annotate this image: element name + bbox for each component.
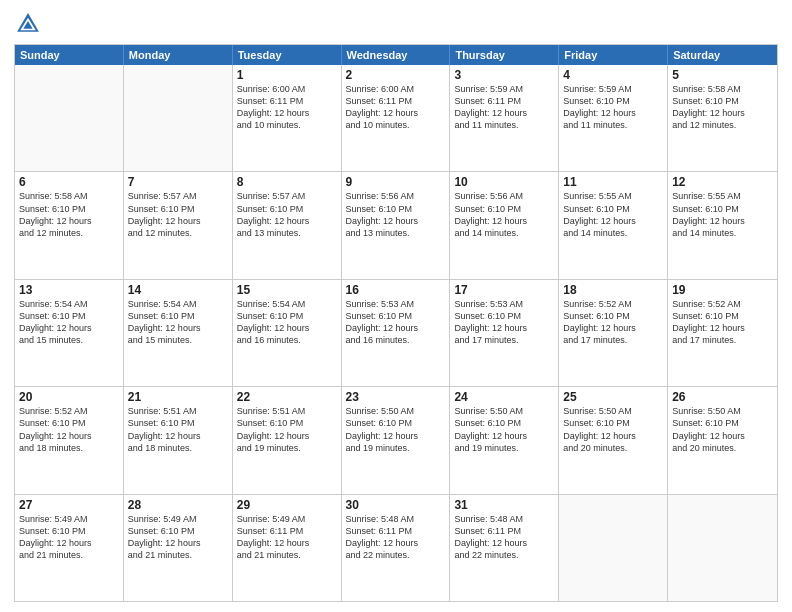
day-info: Sunrise: 6:00 AM Sunset: 6:11 PM Dayligh… xyxy=(237,83,337,132)
day-info: Sunrise: 5:57 AM Sunset: 6:10 PM Dayligh… xyxy=(237,190,337,239)
day-info: Sunrise: 5:58 AM Sunset: 6:10 PM Dayligh… xyxy=(672,83,773,132)
day-number: 2 xyxy=(346,68,446,82)
calendar-week-5: 27Sunrise: 5:49 AM Sunset: 6:10 PM Dayli… xyxy=(15,494,777,601)
calendar-cell: 16Sunrise: 5:53 AM Sunset: 6:10 PM Dayli… xyxy=(342,280,451,386)
calendar-cell: 22Sunrise: 5:51 AM Sunset: 6:10 PM Dayli… xyxy=(233,387,342,493)
calendar-cell xyxy=(559,495,668,601)
page: SundayMondayTuesdayWednesdayThursdayFrid… xyxy=(0,0,792,612)
calendar: SundayMondayTuesdayWednesdayThursdayFrid… xyxy=(14,44,778,602)
day-number: 6 xyxy=(19,175,119,189)
calendar-cell: 5Sunrise: 5:58 AM Sunset: 6:10 PM Daylig… xyxy=(668,65,777,171)
calendar-cell: 23Sunrise: 5:50 AM Sunset: 6:10 PM Dayli… xyxy=(342,387,451,493)
day-info: Sunrise: 5:53 AM Sunset: 6:10 PM Dayligh… xyxy=(346,298,446,347)
cal-header-friday: Friday xyxy=(559,45,668,65)
calendar-cell: 27Sunrise: 5:49 AM Sunset: 6:10 PM Dayli… xyxy=(15,495,124,601)
calendar-body: 1Sunrise: 6:00 AM Sunset: 6:11 PM Daylig… xyxy=(15,65,777,601)
day-number: 1 xyxy=(237,68,337,82)
calendar-cell xyxy=(15,65,124,171)
day-number: 8 xyxy=(237,175,337,189)
calendar-week-4: 20Sunrise: 5:52 AM Sunset: 6:10 PM Dayli… xyxy=(15,386,777,493)
calendar-cell: 12Sunrise: 5:55 AM Sunset: 6:10 PM Dayli… xyxy=(668,172,777,278)
cal-header-thursday: Thursday xyxy=(450,45,559,65)
day-number: 5 xyxy=(672,68,773,82)
day-number: 29 xyxy=(237,498,337,512)
day-info: Sunrise: 6:00 AM Sunset: 6:11 PM Dayligh… xyxy=(346,83,446,132)
day-number: 24 xyxy=(454,390,554,404)
day-info: Sunrise: 5:52 AM Sunset: 6:10 PM Dayligh… xyxy=(19,405,119,454)
calendar-cell: 2Sunrise: 6:00 AM Sunset: 6:11 PM Daylig… xyxy=(342,65,451,171)
cal-header-tuesday: Tuesday xyxy=(233,45,342,65)
calendar-cell: 20Sunrise: 5:52 AM Sunset: 6:10 PM Dayli… xyxy=(15,387,124,493)
day-number: 30 xyxy=(346,498,446,512)
day-info: Sunrise: 5:54 AM Sunset: 6:10 PM Dayligh… xyxy=(19,298,119,347)
day-info: Sunrise: 5:52 AM Sunset: 6:10 PM Dayligh… xyxy=(563,298,663,347)
day-info: Sunrise: 5:51 AM Sunset: 6:10 PM Dayligh… xyxy=(128,405,228,454)
day-info: Sunrise: 5:55 AM Sunset: 6:10 PM Dayligh… xyxy=(672,190,773,239)
calendar-cell: 29Sunrise: 5:49 AM Sunset: 6:11 PM Dayli… xyxy=(233,495,342,601)
day-info: Sunrise: 5:53 AM Sunset: 6:10 PM Dayligh… xyxy=(454,298,554,347)
day-info: Sunrise: 5:50 AM Sunset: 6:10 PM Dayligh… xyxy=(563,405,663,454)
day-number: 11 xyxy=(563,175,663,189)
cal-header-wednesday: Wednesday xyxy=(342,45,451,65)
calendar-cell: 31Sunrise: 5:48 AM Sunset: 6:11 PM Dayli… xyxy=(450,495,559,601)
calendar-cell: 8Sunrise: 5:57 AM Sunset: 6:10 PM Daylig… xyxy=(233,172,342,278)
day-info: Sunrise: 5:57 AM Sunset: 6:10 PM Dayligh… xyxy=(128,190,228,239)
day-info: Sunrise: 5:56 AM Sunset: 6:10 PM Dayligh… xyxy=(346,190,446,239)
day-info: Sunrise: 5:52 AM Sunset: 6:10 PM Dayligh… xyxy=(672,298,773,347)
calendar-week-2: 6Sunrise: 5:58 AM Sunset: 6:10 PM Daylig… xyxy=(15,171,777,278)
cal-header-monday: Monday xyxy=(124,45,233,65)
day-info: Sunrise: 5:50 AM Sunset: 6:10 PM Dayligh… xyxy=(454,405,554,454)
day-info: Sunrise: 5:59 AM Sunset: 6:10 PM Dayligh… xyxy=(563,83,663,132)
day-info: Sunrise: 5:58 AM Sunset: 6:10 PM Dayligh… xyxy=(19,190,119,239)
calendar-cell: 9Sunrise: 5:56 AM Sunset: 6:10 PM Daylig… xyxy=(342,172,451,278)
calendar-cell: 4Sunrise: 5:59 AM Sunset: 6:10 PM Daylig… xyxy=(559,65,668,171)
calendar-cell: 24Sunrise: 5:50 AM Sunset: 6:10 PM Dayli… xyxy=(450,387,559,493)
day-number: 19 xyxy=(672,283,773,297)
day-number: 4 xyxy=(563,68,663,82)
calendar-cell: 10Sunrise: 5:56 AM Sunset: 6:10 PM Dayli… xyxy=(450,172,559,278)
day-info: Sunrise: 5:48 AM Sunset: 6:11 PM Dayligh… xyxy=(454,513,554,562)
logo-icon xyxy=(14,10,42,38)
day-info: Sunrise: 5:50 AM Sunset: 6:10 PM Dayligh… xyxy=(672,405,773,454)
calendar-cell: 3Sunrise: 5:59 AM Sunset: 6:11 PM Daylig… xyxy=(450,65,559,171)
day-number: 3 xyxy=(454,68,554,82)
cal-header-saturday: Saturday xyxy=(668,45,777,65)
day-info: Sunrise: 5:49 AM Sunset: 6:10 PM Dayligh… xyxy=(128,513,228,562)
day-number: 28 xyxy=(128,498,228,512)
calendar-cell xyxy=(668,495,777,601)
day-number: 14 xyxy=(128,283,228,297)
day-number: 10 xyxy=(454,175,554,189)
day-info: Sunrise: 5:48 AM Sunset: 6:11 PM Dayligh… xyxy=(346,513,446,562)
calendar-cell: 13Sunrise: 5:54 AM Sunset: 6:10 PM Dayli… xyxy=(15,280,124,386)
day-number: 13 xyxy=(19,283,119,297)
calendar-cell: 18Sunrise: 5:52 AM Sunset: 6:10 PM Dayli… xyxy=(559,280,668,386)
day-info: Sunrise: 5:54 AM Sunset: 6:10 PM Dayligh… xyxy=(237,298,337,347)
day-info: Sunrise: 5:55 AM Sunset: 6:10 PM Dayligh… xyxy=(563,190,663,239)
calendar-cell: 15Sunrise: 5:54 AM Sunset: 6:10 PM Dayli… xyxy=(233,280,342,386)
calendar-cell: 7Sunrise: 5:57 AM Sunset: 6:10 PM Daylig… xyxy=(124,172,233,278)
day-number: 21 xyxy=(128,390,228,404)
calendar-cell: 30Sunrise: 5:48 AM Sunset: 6:11 PM Dayli… xyxy=(342,495,451,601)
day-number: 27 xyxy=(19,498,119,512)
calendar-cell: 14Sunrise: 5:54 AM Sunset: 6:10 PM Dayli… xyxy=(124,280,233,386)
calendar-cell xyxy=(124,65,233,171)
day-info: Sunrise: 5:59 AM Sunset: 6:11 PM Dayligh… xyxy=(454,83,554,132)
calendar-cell: 21Sunrise: 5:51 AM Sunset: 6:10 PM Dayli… xyxy=(124,387,233,493)
day-number: 31 xyxy=(454,498,554,512)
calendar-cell: 26Sunrise: 5:50 AM Sunset: 6:10 PM Dayli… xyxy=(668,387,777,493)
day-number: 22 xyxy=(237,390,337,404)
calendar-cell: 6Sunrise: 5:58 AM Sunset: 6:10 PM Daylig… xyxy=(15,172,124,278)
day-info: Sunrise: 5:56 AM Sunset: 6:10 PM Dayligh… xyxy=(454,190,554,239)
day-number: 18 xyxy=(563,283,663,297)
calendar-cell: 1Sunrise: 6:00 AM Sunset: 6:11 PM Daylig… xyxy=(233,65,342,171)
calendar-cell: 25Sunrise: 5:50 AM Sunset: 6:10 PM Dayli… xyxy=(559,387,668,493)
calendar-cell: 28Sunrise: 5:49 AM Sunset: 6:10 PM Dayli… xyxy=(124,495,233,601)
day-info: Sunrise: 5:49 AM Sunset: 6:11 PM Dayligh… xyxy=(237,513,337,562)
day-number: 23 xyxy=(346,390,446,404)
day-number: 17 xyxy=(454,283,554,297)
day-number: 26 xyxy=(672,390,773,404)
header xyxy=(14,10,778,38)
logo xyxy=(14,10,46,38)
day-number: 12 xyxy=(672,175,773,189)
calendar-cell: 19Sunrise: 5:52 AM Sunset: 6:10 PM Dayli… xyxy=(668,280,777,386)
